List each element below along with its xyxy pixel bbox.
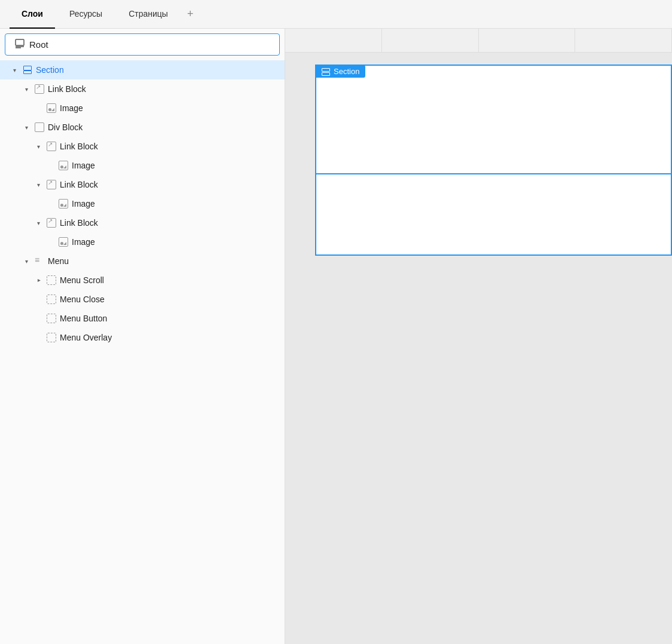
node-label-section: Section [36,65,64,75]
node-label-link-block-4: Link Block [60,218,98,228]
chevron-down-icon: ▾ [22,256,31,266]
canvas-tab-4 [575,29,672,52]
node-label-image-3: Image [72,199,95,208]
tree-item-link-block-3[interactable]: ▾ Link Block [0,175,285,194]
node-label-menu: Menu [48,256,69,266]
link-icon [46,141,57,152]
canvas-section-block[interactable]: Section [315,65,672,256]
canvas-section-wrapper: Section [315,53,672,644]
node-label-link-block-2: Link Block [60,142,98,151]
tree-item-link-block-2[interactable]: ▾ Link Block [0,137,285,156]
left-panel: Root ▾ Section ▾ Link Block ▾ Image ▾ Di… [0,29,285,644]
top-tab-bar: Слои Ресурсы Страницы + [0,0,672,29]
dashed-icon [46,294,57,305]
div-icon [34,122,45,133]
tree-item-menu-button[interactable]: ▾ Menu Button [0,309,285,328]
root-item[interactable]: Root [5,33,280,56]
chevron-right-icon: ▾ [33,275,43,285]
canvas-section-label: Section [316,65,365,78]
image-icon [58,237,69,247]
image-icon [46,103,57,114]
canvas-area: Section [285,29,672,644]
tree-item-div-block[interactable]: ▾ Div Block [0,118,285,137]
image-icon [58,198,69,209]
tab-pages[interactable]: Страницы [117,0,180,29]
node-label-image-1: Image [60,103,83,113]
node-label-div-block: Div Block [48,122,83,132]
dashed-icon [46,275,57,286]
link-icon [46,179,57,190]
chevron-down-icon: ▾ [22,84,31,94]
root-icon [15,39,25,50]
node-label-menu-close: Menu Close [60,295,105,304]
tree-item-menu-scroll[interactable]: ▾ Menu Scroll [0,271,285,290]
tree-item-image-3[interactable]: ▾ Image [0,194,285,213]
main-layout: Root ▾ Section ▾ Link Block ▾ Image ▾ Di… [0,29,672,644]
chevron-down-icon: ▾ [10,65,19,75]
canvas-tab-3 [479,29,576,52]
chevron-down-icon: ▾ [33,180,43,189]
canvas-section-text: Section [334,67,359,76]
canvas-section-icon [322,68,330,76]
tab-resources[interactable]: Ресурсы [57,0,114,29]
svg-rect-0 [16,39,24,45]
add-tab-button[interactable]: + [182,8,198,20]
dashed-icon [46,313,57,324]
tree-item-image-1[interactable]: ▾ Image [0,99,285,118]
tree-item-image-2[interactable]: ▾ Image [0,156,285,175]
tree-item-section[interactable]: ▾ Section [0,60,285,79]
canvas-section-divider [316,173,671,174]
tree-item-image-4[interactable]: ▾ Image [0,232,285,252]
node-label-menu-overlay: Menu Overlay [60,333,112,342]
menu-icon [34,256,45,266]
node-label-image-2: Image [72,161,95,170]
image-icon [58,160,69,171]
link-icon [46,217,57,228]
link-icon [34,84,45,94]
canvas-tab-2 [382,29,479,52]
tree-item-link-block-1[interactable]: ▾ Link Block [0,79,285,99]
tree-item-menu[interactable]: ▾ Menu [0,252,285,271]
tree-item-menu-close[interactable]: ▾ Menu Close [0,290,285,309]
node-label-link-block-1: Link Block [48,84,86,94]
chevron-down-icon: ▾ [33,218,43,228]
tree-item-link-block-4[interactable]: ▾ Link Block [0,213,285,232]
chevron-down-icon: ▾ [22,122,31,132]
section-icon [22,65,33,75]
root-label: Root [29,39,48,50]
node-label-link-block-3: Link Block [60,180,98,189]
tree-item-menu-overlay[interactable]: ▾ Menu Overlay [0,328,285,347]
tab-layers[interactable]: Слои [10,0,55,29]
node-label-image-4: Image [72,237,95,247]
tree-area: ▾ Section ▾ Link Block ▾ Image ▾ Div Blo… [0,60,285,644]
node-label-menu-button: Menu Button [60,314,107,323]
canvas-content[interactable]: Section [285,53,672,644]
dashed-icon [46,332,57,343]
canvas-tab-1 [285,29,382,52]
chevron-down-icon: ▾ [33,142,43,151]
node-label-menu-scroll: Menu Scroll [60,275,104,285]
canvas-top-strip [285,29,672,53]
